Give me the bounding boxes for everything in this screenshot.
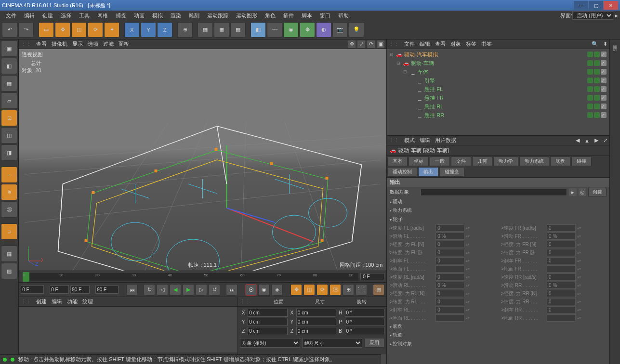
menu-创建[interactable]: 创建 [39, 11, 57, 20]
undo-button[interactable]: ↶ [2, 22, 17, 38]
coord_rot-2[interactable] [345, 327, 385, 335]
group->动力系统[interactable]: 动力系统 [387, 206, 609, 215]
z-axis-lock[interactable]: Z [157, 22, 172, 38]
range-b-input[interactable] [70, 286, 90, 294]
coord_rot-0[interactable] [345, 309, 385, 317]
tree-row[interactable]: ⊟⎯车体✓ [388, 67, 608, 76]
goto-start-button[interactable]: ⏮ [126, 284, 138, 296]
menu-功能[interactable]: 功能 [67, 298, 78, 305]
menu-运动图形[interactable]: 运动图形 [232, 11, 261, 20]
tab-输出[interactable]: 输出 [418, 167, 438, 177]
play-button[interactable]: ▶ [183, 284, 194, 296]
create-button[interactable]: 创建 [588, 188, 607, 196]
coord_size-0[interactable] [296, 309, 336, 317]
spline-tool[interactable]: 〰 [267, 22, 282, 38]
tab-动力学[interactable]: 动力学 [493, 156, 518, 166]
tab-碰撞[interactable]: 碰撞 [571, 156, 592, 166]
wheels-group[interactable]: 轮子 [387, 215, 609, 224]
menu-摄像机[interactable]: 摄像机 [52, 40, 67, 48]
viewport[interactable]: 透视视图 总计 对象 20 [19, 49, 386, 271]
render-region-button[interactable]: ▦ [214, 22, 229, 38]
tab-文件[interactable]: 文件 [451, 156, 471, 166]
menu-书签[interactable]: 书签 [481, 40, 492, 48]
maximize-button[interactable]: ▢ [589, 1, 603, 10]
group->控制对象[interactable]: 控制对象 [387, 339, 609, 348]
start-frame-input[interactable] [21, 286, 44, 294]
menu-渲染[interactable]: 渲染 [167, 11, 185, 20]
coord_size-1[interactable] [296, 318, 336, 326]
make-editable-button[interactable]: ▣ [1, 40, 17, 57]
prop-input[interactable] [547, 290, 576, 297]
prop-input[interactable] [435, 290, 464, 297]
prop-input[interactable] [547, 257, 576, 264]
menu-窗口[interactable]: 窗口 [316, 11, 334, 20]
menu-角色[interactable]: 角色 [261, 11, 279, 20]
tab-驱动控制[interactable]: 驱动控制 [387, 167, 417, 177]
prop-input[interactable] [547, 314, 576, 322]
current-frame-input[interactable] [95, 286, 119, 294]
tab-碰撞盒[interactable]: 碰撞盒 [439, 167, 464, 177]
tree-row[interactable]: ⎯悬挂 RR✓ [388, 111, 608, 119]
viewport-zoom-icon[interactable]: ⤢ [357, 40, 365, 48]
key-scale-button[interactable]: ◫ [303, 284, 315, 296]
prop-input[interactable] [435, 224, 464, 232]
coord_rot-1[interactable] [345, 318, 385, 326]
menu-运动跟踪[interactable]: 运动跟踪 [203, 11, 232, 20]
tree-row[interactable]: ⎯引擎✓ [388, 76, 608, 85]
menu-编辑[interactable]: 编辑 [52, 298, 62, 305]
range-a-input[interactable] [50, 286, 69, 294]
menu-捕捉[interactable]: 捕捉 [112, 11, 130, 20]
menu-编辑[interactable]: 编辑 [20, 11, 39, 20]
obj-search-icon[interactable]: 🔍 [592, 41, 598, 47]
cube-primitive[interactable]: ◧ [251, 22, 266, 38]
dataobj-target-icon[interactable]: ◎ [579, 188, 586, 196]
coord_pos-1[interactable] [248, 318, 288, 326]
tree-row[interactable]: ⎯悬挂 FR✓ [388, 93, 608, 102]
prop-input[interactable] [547, 306, 576, 313]
viewport-rotate-icon[interactable]: ⟳ [367, 40, 375, 48]
rotate-tool[interactable]: ⟳ [88, 22, 103, 38]
menu-帮助[interactable]: 帮助 [334, 11, 353, 20]
magnet-button[interactable]: ⊃ [1, 223, 17, 240]
menu-模式[interactable]: 模式 [404, 137, 415, 144]
menu-标签[interactable]: 标签 [466, 40, 476, 48]
menu-对象[interactable]: 对象 [450, 40, 461, 48]
texture-mode[interactable]: ▦ [1, 75, 17, 91]
group->底盘[interactable]: 底盘 [387, 322, 609, 331]
environment-button[interactable]: ◐ [316, 22, 331, 38]
render-settings-button[interactable]: ▦ [230, 22, 246, 38]
prop-input[interactable] [435, 249, 464, 256]
attr-prev-icon[interactable]: ◀ [576, 137, 580, 143]
tree-row[interactable]: ⎯悬挂 FL✓ [388, 85, 608, 93]
tab-一般[interactable]: 一般 [430, 156, 450, 166]
layout-menu-icon[interactable]: ▸ [615, 13, 618, 19]
dataobj-pick-icon[interactable]: ▸ [569, 188, 577, 196]
menu-编辑[interactable]: 编辑 [420, 137, 430, 144]
coord_pos-0[interactable] [248, 309, 288, 317]
viewport-maximize-icon[interactable]: ▣ [377, 40, 384, 48]
size-mode-select[interactable]: 绝对尺寸 [302, 338, 362, 348]
prop-input[interactable] [435, 233, 464, 240]
workplane-mode[interactable]: ▱ [1, 92, 17, 109]
group->轨道[interactable]: 轨道 [387, 331, 609, 339]
menu-面板[interactable]: 面板 [119, 40, 129, 48]
y-axis-lock[interactable]: Y [141, 22, 156, 38]
scale-tool[interactable]: ◫ [71, 22, 87, 38]
goto-end-button[interactable]: ⏭ [226, 284, 237, 296]
render-view-button[interactable]: ▦ [198, 22, 213, 38]
menu-文件[interactable]: 文件 [2, 11, 20, 20]
tab-基本[interactable]: 基本 [387, 156, 408, 166]
prop-input[interactable] [547, 298, 576, 305]
step-back-button[interactable]: ◁ [157, 284, 168, 296]
prop-input[interactable] [435, 265, 464, 273]
close-button[interactable]: ✕ [604, 1, 618, 10]
group->驱动[interactable]: 驱动 [387, 197, 609, 206]
tree-row[interactable]: ⎯悬挂 RL✓ [388, 102, 608, 111]
polygon-mode[interactable]: ◨ [1, 144, 17, 161]
attr-lock-icon[interactable]: ⤢ [603, 137, 607, 143]
timeline[interactable]: 0102030405060708090 0 F [19, 271, 386, 282]
prop-input[interactable] [547, 233, 576, 240]
menu-模拟[interactable]: 模拟 [148, 11, 167, 20]
minimize-button[interactable]: — [574, 1, 588, 10]
obj-menu-icon[interactable]: ⬍ [603, 41, 607, 47]
